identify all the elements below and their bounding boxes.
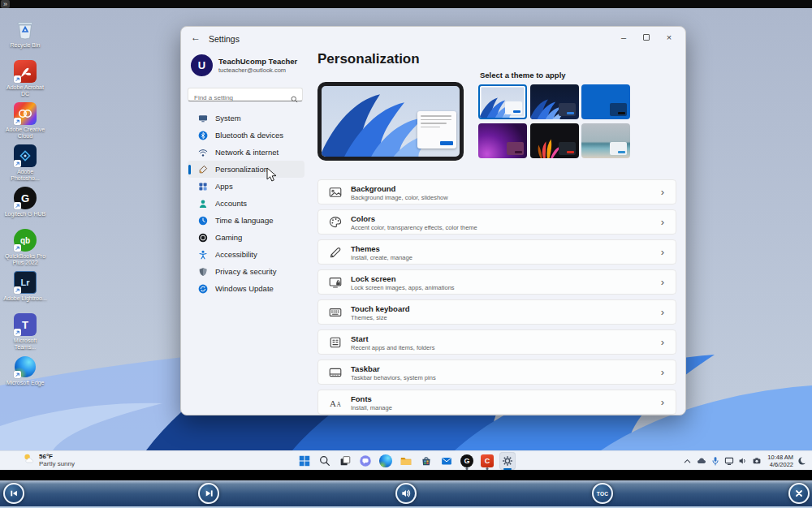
- row-start[interactable]: Start Recent apps and items, folders ›: [317, 329, 676, 355]
- adobe-lightroom-icon: Lr: [14, 271, 37, 294]
- row-colors[interactable]: Colors Accent color, transparency effect…: [317, 209, 676, 235]
- onedrive-cloud-icon[interactable]: [696, 456, 706, 467]
- mouse-cursor: [266, 167, 277, 183]
- svg-text:A: A: [330, 398, 336, 408]
- store-button[interactable]: [418, 452, 434, 470]
- clock-time: 10:48 AM: [767, 454, 793, 461]
- row-background[interactable]: Background Background image, color, slid…: [317, 179, 676, 204]
- adobe-creative-cloud-icon: [14, 102, 37, 125]
- play-pause-button[interactable]: [198, 483, 219, 504]
- theme-thumbnail-flower-dark[interactable]: [530, 123, 579, 158]
- logitech-g-icon: G: [460, 454, 473, 467]
- start-button[interactable]: [296, 452, 313, 470]
- display-icon[interactable]: [723, 456, 734, 467]
- quickbooks-icon: qb: [14, 229, 37, 252]
- theme-thumbnail-windows-dark[interactable]: [530, 84, 579, 119]
- back-icon[interactable]: ←: [191, 32, 201, 43]
- row-lock-screen[interactable]: Lock screen Lock screen images, apps, an…: [317, 269, 676, 295]
- system-tray: 10:48 AM 4/6/2022: [682, 451, 807, 471]
- weather-temperature: 56°F: [39, 453, 75, 460]
- desktop-icon-logitech-ghub[interactable]: G Logitech G HUB: [3, 187, 47, 217]
- search-icon: [318, 454, 332, 468]
- camtasia-button[interactable]: C: [479, 452, 495, 470]
- settings-search[interactable]: [188, 88, 303, 101]
- row-fonts[interactable]: AA Fonts Install, manage ›: [317, 390, 676, 415]
- skip-to-start-button[interactable]: [3, 483, 24, 504]
- chevron-right-icon: ›: [661, 216, 664, 228]
- chat-button[interactable]: [357, 452, 374, 470]
- desktop-icon-recycle-bin[interactable]: Recycle Bin: [3, 18, 47, 49]
- chevron-up-icon[interactable]: [682, 456, 693, 467]
- desktop-icon-quickbooks[interactable]: qb QuickBooks Pro Plus 2022: [3, 229, 47, 266]
- theme-thumbnail-blue-solid[interactable]: [581, 84, 630, 119]
- touch-keyboard-icon: [329, 306, 342, 319]
- video-player-frame: » Recycle Bin Adobe Acrobat DC: [0, 0, 812, 508]
- desktop-icon-edge[interactable]: Microsoft Edge: [3, 355, 47, 386]
- desktop-icon-adobe-acrobat[interactable]: Adobe Acrobat DC: [3, 60, 47, 97]
- chevron-right-icon: ›: [661, 306, 664, 318]
- chat-bubble-icon: [359, 454, 373, 468]
- speaker-icon[interactable]: [737, 456, 748, 467]
- apps-grid-icon: [198, 182, 208, 192]
- player-close-button[interactable]: [788, 483, 810, 504]
- search-input[interactable]: [188, 92, 284, 104]
- sidebar-item-accounts[interactable]: Accounts: [188, 195, 304, 212]
- wifi-icon: [198, 148, 208, 157]
- desktop-icon-teams[interactable]: T Microsoft Teams...: [3, 313, 47, 351]
- chevrons-right-icon[interactable]: »: [1, 0, 10, 8]
- window-titlebar[interactable]: ← Settings – ×: [181, 27, 685, 51]
- volume-button[interactable]: [395, 483, 417, 504]
- sidebar-item-personalization[interactable]: Personalization: [188, 161, 304, 178]
- settings-taskbar-button[interactable]: [499, 452, 516, 470]
- minimize-button[interactable]: –: [612, 29, 635, 45]
- speaker-icon: [399, 486, 413, 501]
- play-pause-icon: [201, 486, 216, 501]
- taskbar-search-button[interactable]: [317, 452, 333, 470]
- accessibility-person-icon: [198, 250, 208, 260]
- mail-button[interactable]: [438, 452, 455, 470]
- row-taskbar[interactable]: Taskbar Taskbar behaviors, system pins ›: [317, 359, 676, 385]
- weather-widget[interactable]: 56°F Partly sunny: [23, 453, 75, 467]
- toc-button[interactable]: TOC: [592, 483, 613, 504]
- file-explorer-button[interactable]: [398, 452, 414, 470]
- sidebar-item-system[interactable]: System: [188, 110, 304, 127]
- desktop-icon-photoshop-elements[interactable]: Adobe Photosho...: [3, 144, 47, 182]
- desktop-icon-creative-cloud[interactable]: Adobe Creative Cloud: [3, 102, 47, 140]
- edge-button[interactable]: [378, 452, 394, 470]
- logitech-ghub-button[interactable]: G: [459, 452, 475, 470]
- desktop-icon-lightroom[interactable]: Lr Adobe Lightroo...: [3, 271, 47, 302]
- window-title: Settings: [209, 34, 240, 44]
- moon-dnd-icon[interactable]: [797, 456, 807, 467]
- store-bag-icon: [420, 454, 434, 468]
- mail-envelope-icon: [440, 454, 454, 468]
- microphone-icon[interactable]: [710, 456, 720, 467]
- lock-screen-icon: [329, 276, 342, 289]
- themes-pen-icon: [329, 246, 342, 259]
- maximize-button[interactable]: [635, 29, 658, 45]
- page-title: Personalization: [317, 51, 420, 67]
- adobe-acrobat-icon: [14, 60, 37, 83]
- colors-palette-icon: [329, 216, 342, 229]
- recycle-bin-icon: [14, 18, 37, 41]
- theme-thumbnail-purple-glow[interactable]: [478, 123, 527, 158]
- row-themes[interactable]: Themes Install, create, manage ›: [317, 239, 676, 265]
- sidebar-item-time-language[interactable]: Time & language: [188, 212, 304, 229]
- clock-icon: [198, 216, 208, 226]
- close-button[interactable]: ×: [658, 29, 680, 45]
- sidebar-item-apps[interactable]: Apps: [188, 178, 304, 195]
- user-avatar[interactable]: U: [191, 54, 213, 76]
- theme-thumbnail-beach-light[interactable]: [581, 123, 630, 158]
- sidebar-item-accessibility[interactable]: Accessibility: [188, 246, 304, 263]
- theme-thumbnail-windows-light[interactable]: [478, 84, 527, 119]
- sidebar-item-network[interactable]: Network & internet: [188, 144, 304, 161]
- sidebar-item-windows-update[interactable]: Windows Update: [188, 280, 304, 297]
- sidebar-item-privacy[interactable]: Privacy & security: [188, 263, 304, 280]
- sidebar-item-gaming[interactable]: Gaming: [188, 229, 304, 246]
- shortcut-arrow-icon: [14, 75, 21, 83]
- row-touch-keyboard[interactable]: Touch keyboard Themes, size ›: [317, 299, 676, 325]
- task-view-button[interactable]: [337, 452, 353, 470]
- camera-icon[interactable]: [751, 456, 762, 467]
- sidebar-item-bluetooth[interactable]: Bluetooth & devices: [188, 127, 304, 144]
- partly-sunny-icon: [23, 453, 35, 467]
- taskbar-clock[interactable]: 10:48 AM 4/6/2022: [767, 454, 793, 469]
